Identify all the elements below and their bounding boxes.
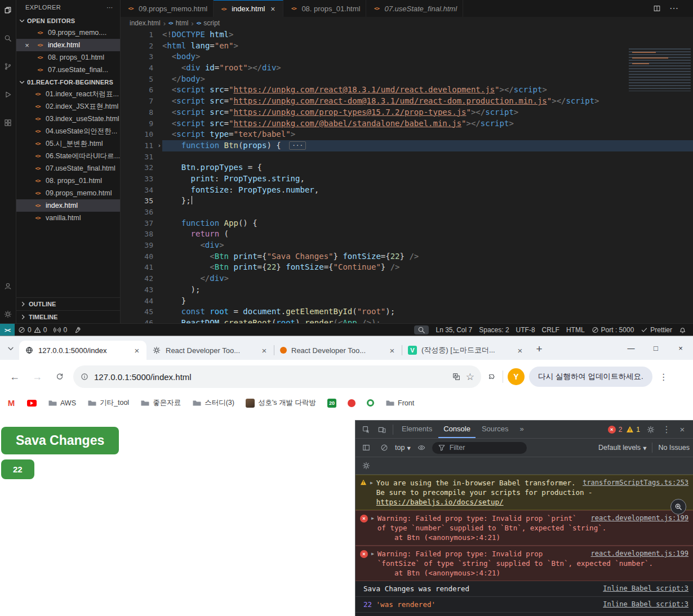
open-editors-header[interactable]: OPEN EDITORS [16,15,120,26]
new-tab-button[interactable]: + [532,342,547,356]
close-icon[interactable]: × [387,345,397,355]
bookmark-item[interactable]: Front [385,399,414,408]
reload-icon[interactable] [51,368,69,386]
search-activity-button[interactable] [1,32,15,45]
code-editor[interactable]: 1<!DOCTYPE html>2<html lang="en">3 <body… [121,29,693,323]
editor-tab[interactable]: <>08. props_01.html [283,0,366,17]
clear-console-button[interactable] [377,440,392,455]
launch-status[interactable] [70,324,85,336]
ports-status[interactable]: 0 [50,324,70,336]
maximize-button[interactable]: □ [643,336,668,360]
profile-avatar[interactable]: Y [508,368,525,385]
file-item[interactable]: <>vanilla.html [16,212,120,224]
editor-tab[interactable]: <>09.props_memo.html [121,0,214,17]
message-text[interactable]: transformScriptTags.ts:253You are using … [376,478,688,507]
browser-tab[interactable]: V(작성중) [노마드코더...× [402,341,530,360]
inspect-element-button[interactable] [359,422,374,437]
react-btn-big[interactable]: Sava Changes [1,427,119,454]
tab-search-button[interactable] [3,341,18,356]
close-icon[interactable]: × [132,345,142,355]
extensions-puzzle-icon[interactable] [486,371,498,383]
status-search-button[interactable] [414,325,429,334]
update-chrome-button[interactable]: 다시 실행하여 업데이트하세요. [529,367,652,387]
breadcrumb-item[interactable]: index.html [130,19,161,27]
devtools-close-button[interactable]: × [675,422,690,437]
split-editor-icon[interactable] [652,4,661,13]
context-selector[interactable]: top▾ [395,444,411,452]
run-debug-activity-button[interactable] [1,88,15,101]
warning-badge-icon[interactable] [627,426,633,432]
bookmark-item[interactable] [367,399,374,407]
window-close-button[interactable]: × [668,336,693,360]
react-btn-small[interactable]: 22 [1,459,34,479]
forward-icon[interactable]: → [28,368,46,386]
live-expression-eye-button[interactable] [414,440,429,455]
source-control-activity-button[interactable] [1,60,15,73]
more-tabs-button[interactable]: » [515,421,529,438]
close-icon[interactable]: × [268,5,277,14]
translate-icon[interactable] [452,372,461,381]
language-indicator[interactable]: HTML [563,324,588,336]
breadcrumb-item[interactable]: html [176,19,189,27]
source-link[interactable]: Inline Babel script:3 [603,600,688,609]
encoding-indicator[interactable]: UTF-8 [513,324,539,336]
close-icon[interactable]: × [259,345,269,355]
editor-tab[interactable]: <>07.useState_final.html [366,0,463,17]
file-item[interactable]: <>04.useState의안전한... [16,125,120,137]
source-link[interactable]: transformScriptTags.ts:253 [583,478,688,488]
minimap[interactable] [629,48,691,91]
console-sidebar-button[interactable] [359,440,374,455]
bookmark-item[interactable]: 성호's 개발 다락방 [246,398,316,408]
extensions-activity-button[interactable] [1,116,15,130]
close-icon[interactable]: × [23,41,31,49]
issues-counter[interactable]: No Issues [658,444,690,452]
devtools-settings-button[interactable] [643,422,658,437]
prettier-indicator[interactable]: Prettier [637,324,676,336]
devtools-menu-kebab-icon[interactable]: ⋮ [659,422,674,437]
eol-indicator[interactable]: CRLF [539,324,563,336]
bookmark-item[interactable]: 20 [327,399,336,408]
port-indicator[interactable]: Port : 5000 [588,324,638,336]
bookmark-item[interactable] [348,399,356,407]
back-icon[interactable]: ← [6,368,24,386]
message-text[interactable]: Inline Babel script:3Sava Changes was re… [363,584,688,593]
spaces-indicator[interactable]: Spaces: 2 [476,324,512,336]
file-item[interactable]: <>08. props_01.html [16,175,120,187]
more-actions-icon[interactable]: ⋯ [105,3,114,12]
open-editor-item[interactable]: <>09.props_memo.... [16,26,120,39]
notifications-bell[interactable] [676,324,690,336]
settings-gear-activity-button[interactable] [1,307,15,321]
breadcrumb-item[interactable]: script [203,19,220,27]
browser-tab[interactable]: React Developer Too...× [146,341,274,360]
folded-code-marker[interactable]: ··· [289,141,306,150]
bookmark-item[interactable]: M [7,399,16,408]
open-editor-item[interactable]: <>08. props_01.html [16,51,120,64]
fold-chevron-icon[interactable]: › [157,140,161,151]
filter-input[interactable]: Filter [432,442,527,454]
file-item[interactable]: <>05.시_분변환.html [16,137,120,150]
file-item[interactable]: <>06.State에따라UI다르... [16,150,120,162]
outline-section[interactable]: OUTLINE [16,297,120,310]
bookmark-item[interactable] [27,400,37,407]
expand-arrow-icon[interactable]: ▶ [370,480,373,485]
open-editor-item[interactable]: <>07.useState_final... [16,64,120,76]
file-item[interactable]: <>02.index_JSX표현.html [16,100,120,113]
remote-indicator[interactable]: >< [0,324,15,336]
file-item[interactable]: <>01.index_react처럼표... [16,88,120,100]
line-col-indicator[interactable]: Ln 35, Col 7 [432,324,476,336]
message-text[interactable]: react.development.js:199Warning: Failed … [377,514,688,542]
message-text[interactable]: Inline Babel script:322 'was rendered' [363,600,688,609]
file-item[interactable]: <>09.props_memo.html [16,187,120,199]
bookmark-star-icon[interactable]: ☆ [466,371,474,383]
open-editor-item[interactable]: ×<>index.html [16,39,120,51]
timeline-section[interactable]: TIMELINE [16,310,120,323]
minimize-button[interactable]: — [619,336,643,360]
source-link[interactable]: react.development.js:199 [591,514,688,523]
problems-status[interactable]: 00 [15,324,50,336]
expand-arrow-icon[interactable]: ▶ [371,516,374,521]
bookmark-item[interactable]: 스터디(3) [192,398,234,408]
file-item[interactable]: <>03.index_useState.html [16,113,120,125]
device-toolbar-button[interactable] [375,422,389,437]
message-text[interactable]: react.development.js:199Warning: Failed … [377,549,688,578]
devtools-tab-sources[interactable]: Sources [477,421,514,438]
